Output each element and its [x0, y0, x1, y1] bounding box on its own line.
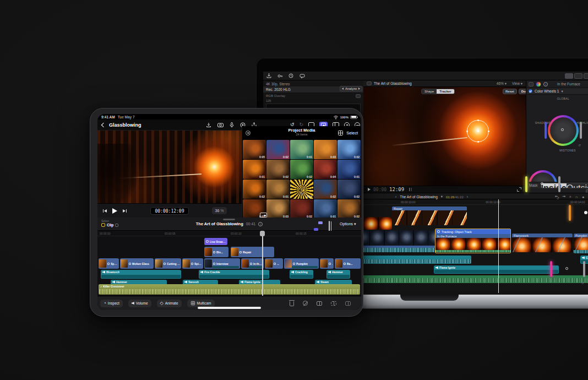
animate-button[interactable]: ◇Animate [157, 300, 182, 307]
timeline-audio-clip[interactable] [356, 256, 471, 264]
media-thumbnail[interactable]: 0:05 [243, 140, 266, 159]
timeline-clip[interactable]: Spin... [182, 258, 203, 269]
media-thumbnail[interactable]: 0:02 [290, 199, 313, 219]
timeline-clip-flamework[interactable]: Flamework [512, 234, 573, 252]
mac-play-button[interactable] [368, 188, 371, 191]
picture-in-picture-icon[interactable] [260, 213, 267, 218]
analyze-button[interactable]: Analyze [345, 87, 357, 90]
extensions-icon[interactable] [298, 73, 306, 79]
tracker-overlay[interactable] [467, 120, 489, 142]
timeline-music-clip[interactable] [356, 275, 588, 283]
ipad-playhead[interactable] [262, 233, 263, 296]
scope-settings-icon[interactable] [356, 94, 361, 98]
timeline-clip-partial[interactable] [363, 217, 392, 230]
color-inspector-icon[interactable] [536, 82, 541, 86]
timeline-clip[interactable]: Cutting Gl... [155, 258, 181, 269]
timeline-title-clip[interactable]: Live Drawing [204, 238, 227, 245]
timeline-connected-clip[interactable]: Blo... [204, 247, 228, 257]
media-thumbnail[interactable]: 0:01 [266, 180, 290, 199]
split-clip-icon[interactable] [317, 301, 322, 306]
timeline-audio-clip[interactable]: Crackling [290, 270, 313, 279]
done-button[interactable]: Done [519, 89, 526, 94]
media-thumbnail[interactable]: 0:04 [290, 180, 313, 199]
media-thumbnail[interactable]: 0:01 [314, 199, 337, 219]
prev-project-icon[interactable]: ‹ [395, 195, 396, 199]
zoom-level[interactable]: 36% [212, 207, 227, 214]
background-tasks-icon[interactable] [287, 73, 295, 79]
back-button[interactable] [101, 122, 106, 127]
next-project-icon[interactable]: › [467, 195, 468, 199]
camera-icon[interactable] [217, 122, 224, 127]
viewer-zoom-menu[interactable]: 46% ▾ [497, 82, 507, 86]
timeline-audio-clip[interactable]: Fire Crackle [199, 270, 269, 279]
video-inspector-icon[interactable] [529, 82, 533, 86]
tracker-tab[interactable]: Tracker [437, 89, 454, 94]
timeline-clip[interactable]: Interview [204, 258, 240, 269]
snapping-icon[interactable]: ● [582, 195, 584, 199]
tracker-analyze-control[interactable]: Analyze [340, 86, 362, 91]
media-thumbnail[interactable]: 0:01 [243, 160, 266, 179]
fullscreen-icon[interactable] [517, 187, 521, 192]
media-thumbnail[interactable]: 0:02 [290, 160, 313, 179]
timeline-audio-clip[interactable]: Hammer [326, 270, 350, 279]
keyword-editor-icon[interactable] [276, 73, 284, 79]
inspect-button[interactable]: ◔Inspect [100, 300, 123, 307]
grid-view-icon[interactable] [338, 131, 343, 135]
media-thumbnail[interactable]: 0:01 [337, 160, 361, 179]
mask-inside-button[interactable]: Inside [541, 183, 567, 188]
info-icon[interactable]: i [258, 222, 263, 226]
timeline-audio-clip-flame-ignite[interactable]: Flame Ignite [434, 265, 559, 274]
clip-select-chip[interactable]: Clip [101, 223, 118, 227]
media-thumbnail[interactable]: 0:02 [337, 199, 361, 219]
transport-timecode[interactable]: 00:00:12:09 [150, 207, 189, 215]
timeline-clip-repair[interactable]: Repair [392, 207, 467, 225]
viewer-view-menu[interactable]: View ▾ [512, 82, 522, 86]
effect-name[interactable]: Color Wheels 1 [535, 89, 559, 93]
analyze-forward-icon[interactable] [358, 88, 360, 90]
skip-forward-button[interactable] [123, 209, 127, 213]
timeline-clip-left-segment[interactable] [356, 230, 435, 252]
media-thumbnail[interactable]: 0:03 [266, 199, 290, 219]
import-media-icon[interactable] [265, 73, 273, 79]
timeline-clip[interactable]: Molten Glass [120, 258, 154, 269]
disable-clip-icon[interactable] [303, 301, 308, 306]
media-thumbnail[interactable]: 0:02 [266, 140, 290, 159]
browser-toggle-icon[interactable] [565, 73, 573, 79]
media-thumbnail[interactable]: 0:03 [314, 140, 337, 159]
timeline-clip-in-the-furnace[interactable]: Tracking: Object Track In the Furnace [435, 229, 511, 253]
timeline-audio-clip[interactable]: Blowtorch [101, 270, 181, 279]
clip-appearance-icon[interactable] [329, 221, 330, 231]
timeline-clip-pumpkin[interactable]: Pumpkin [574, 234, 588, 253]
timeline-clip[interactable]: ... [265, 258, 283, 269]
inspector-toggle-icon[interactable] [584, 73, 588, 79]
global-color-wheel[interactable]: ↺ [548, 115, 579, 146]
timeline-clip[interactable]: Pumpkin [284, 258, 319, 269]
add-marker-icon[interactable]: + [569, 195, 571, 199]
timeline-clip[interactable]: Spar... [99, 258, 119, 269]
effect-checkbox[interactable] [529, 90, 532, 93]
mac-project-title[interactable]: The Art of Glassblowing [400, 195, 438, 199]
skimming-icon[interactable]: ∩ [575, 195, 578, 199]
analyze-back-icon[interactable] [342, 88, 344, 90]
mic-icon[interactable] [230, 122, 234, 128]
select-button[interactable]: Select [346, 131, 358, 135]
media-thumbnail[interactable]: 0:04 [314, 160, 337, 179]
timeline-connected-clip[interactable]: Repair [231, 247, 274, 257]
mac-viewer[interactable]: Shape Tracker Reset Done [363, 87, 526, 186]
mask-outside-button[interactable]: Outside [567, 183, 588, 188]
playhead-handle[interactable] [260, 231, 265, 236]
skip-back-button[interactable] [103, 209, 107, 213]
info-inspector-icon[interactable]: i [543, 82, 548, 86]
append-clip-icon[interactable] [345, 301, 351, 306]
volume-button[interactable]: Volume [128, 300, 151, 307]
shape-tab[interactable]: Shape [422, 89, 437, 94]
media-thumbnail[interactable]: 0:02 [337, 180, 361, 199]
insert-clip-icon[interactable] [331, 301, 336, 306]
trim-icon[interactable]: ⇥ [562, 194, 565, 199]
import-icon[interactable] [206, 122, 211, 128]
mac-playhead[interactable] [498, 199, 499, 293]
delete-icon[interactable] [290, 301, 294, 306]
timeline-clip[interactable]: Ba... [335, 258, 361, 269]
media-thumbnail[interactable]: 0:02 [314, 180, 337, 199]
reset-button[interactable]: Reset [503, 89, 517, 94]
